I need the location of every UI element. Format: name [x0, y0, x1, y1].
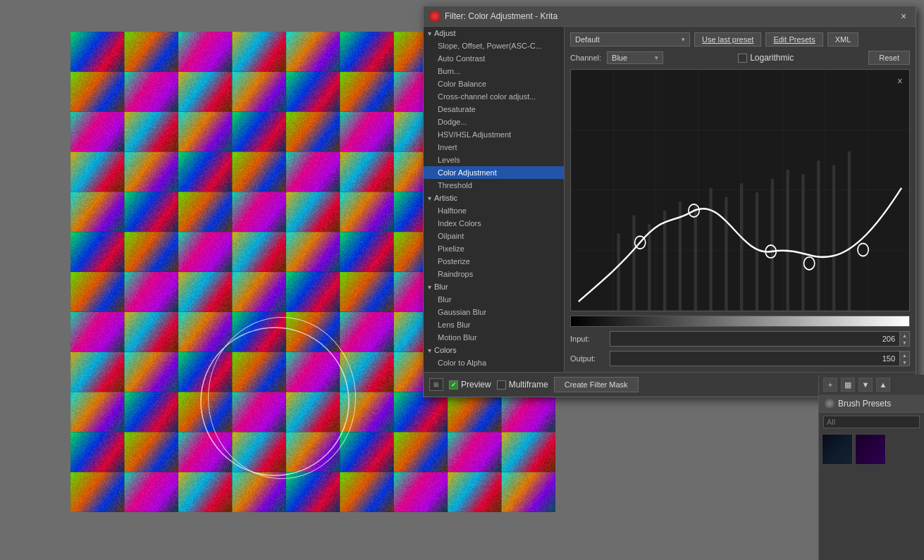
filter-category-blur-label: Blur — [434, 282, 448, 291]
svg-rect-2 — [632, 215, 635, 311]
channel-dropdown[interactable]: Blue ▾ — [607, 51, 663, 64]
use-last-preset-button[interactable]: Use last preset — [694, 32, 761, 46]
preview-checkbox[interactable]: ✓ — [449, 380, 458, 390]
svg-rect-9 — [740, 183, 743, 311]
preset-dropdown-arrow-icon: ▾ — [682, 36, 685, 43]
preview-checkmark-icon: ✓ — [451, 381, 457, 388]
filter-item-color-balance[interactable]: Color Balance — [424, 77, 564, 90]
filter-item-index-colors[interactable]: Index Colors — [424, 217, 564, 230]
filter-item-desaturate[interactable]: Desaturate — [424, 103, 564, 116]
curve-svg: × — [571, 70, 909, 311]
grid-view-button[interactable]: ▦ — [841, 378, 855, 392]
multiframe-label: Multiframe — [509, 380, 548, 390]
filter-item-blur[interactable]: Blur — [424, 293, 564, 306]
create-filter-mask-button[interactable]: Create Filter Mask — [554, 377, 639, 392]
filter-category-artistic[interactable]: ▾ Artistic — [424, 192, 564, 204]
brush-presets-toolbar: + ▦ ▼ ▲ — [819, 375, 924, 395]
filter-item-posterize[interactable]: Posterize — [424, 255, 564, 268]
dialog-title-text: Filter: Color Adjustment - Krita — [445, 11, 558, 21]
svg-rect-16 — [848, 151, 851, 311]
brush-preset-thumb-2[interactable] — [855, 434, 886, 465]
svg-rect-8 — [725, 197, 727, 311]
reset-button[interactable]: Reset — [868, 51, 910, 65]
expand-button[interactable]: ▲ — [876, 378, 890, 392]
input-spin-down[interactable]: ▼ — [899, 339, 909, 346]
collapse-button[interactable]: ▼ — [858, 378, 873, 392]
filter-item-color-adjustment[interactable]: Color Adjustment — [424, 166, 564, 179]
input-label: Input: — [570, 335, 605, 343]
output-label: Output: — [570, 354, 605, 363]
filter-item-burn[interactable]: Burn... — [424, 65, 564, 77]
output-row: Output: 150 ▲ ▼ — [570, 351, 910, 366]
brush-presets-title: Brush Presets — [838, 399, 891, 409]
brush-preset-thumb-1[interactable] — [822, 434, 853, 465]
filter-item-oilpaint[interactable]: Oilpaint — [424, 230, 564, 242]
filter-item-halftone[interactable]: Halftone — [424, 204, 564, 217]
krita-icon — [429, 11, 441, 22]
colors-arrow-icon: ▾ — [428, 347, 431, 354]
multiframe-checkbox[interactable] — [497, 380, 506, 390]
preview-toggle[interactable]: ✓ Preview — [449, 380, 491, 390]
edit-presets-button[interactable]: Edit Presets — [765, 32, 823, 46]
filter-category-adjust[interactable]: ▾ Adjust — [424, 27, 564, 39]
channel-label: Channel: — [570, 54, 601, 62]
svg-rect-1 — [617, 233, 620, 311]
filter-category-colors-label: Colors — [434, 346, 457, 354]
filter-item-motion-blur[interactable]: Motion Blur — [424, 331, 564, 344]
filter-item-slope[interactable]: Slope, Offset, Power(ASC-C... — [424, 39, 564, 52]
svg-rect-10 — [756, 192, 758, 311]
output-spinner[interactable]: ▲ ▼ — [899, 351, 909, 366]
output-spin-up[interactable]: ▲ — [899, 351, 909, 359]
multiframe-toggle[interactable]: Multiframe — [497, 380, 548, 390]
input-spin-up[interactable]: ▲ — [899, 332, 909, 339]
filter-item-lens-blur[interactable]: Lens Blur — [424, 318, 564, 331]
blur-arrow-icon: ▾ — [428, 283, 431, 291]
gradient-bar — [570, 316, 910, 327]
brush-presets-panel: + ▦ ▼ ▲ Brush Presets — [818, 375, 924, 560]
input-spinner[interactable]: ▲ ▼ — [899, 332, 909, 346]
filter-item-invert[interactable]: Invert — [424, 141, 564, 154]
xml-button[interactable]: XML — [827, 32, 859, 46]
svg-rect-6 — [694, 206, 697, 311]
filter-item-pixelize[interactable]: Pixelize — [424, 242, 564, 255]
svg-rect-15 — [832, 166, 835, 311]
input-value-field[interactable]: 206 ▲ ▼ — [610, 331, 910, 347]
filter-list-pane: ▾ Adjust Slope, Offset, Power(ASC-C... A… — [424, 27, 565, 372]
curve-area[interactable]: × — [570, 69, 910, 311]
dialog-titlebar: Filter: Color Adjustment - Krita × — [424, 6, 916, 27]
output-value-field[interactable]: 150 ▲ ▼ — [610, 351, 910, 366]
filter-item-raindrops[interactable]: Raindrops — [424, 268, 564, 280]
filter-item-threshold[interactable]: Threshold — [424, 179, 564, 192]
filter-category-colors[interactable]: ▾ Colors — [424, 344, 564, 356]
filter-category-adjust-label: Adjust — [434, 29, 456, 37]
filter-item-levels[interactable]: Levels — [424, 154, 564, 166]
logarithmic-checkbox[interactable]: Logarithmic — [738, 53, 794, 63]
preview-icon: ⊞ — [429, 378, 443, 391]
filter-list-content: ▾ Adjust Slope, Offset, Power(ASC-C... A… — [424, 27, 564, 372]
filter-top-row: Default ▾ Use last preset Edit Presets X… — [570, 32, 910, 46]
filter-item-cross-channel[interactable]: Cross-channel color adjust... — [424, 90, 564, 103]
artistic-arrow-icon: ▾ — [428, 194, 431, 202]
filter-category-blur[interactable]: ▾ Blur — [424, 280, 564, 293]
logarithmic-cb-box[interactable] — [738, 54, 747, 63]
preview-label: Preview — [461, 380, 491, 390]
svg-rect-3 — [648, 224, 651, 311]
add-brush-preset-button[interactable]: + — [823, 378, 837, 392]
filter-item-dodge[interactable]: Dodge... — [424, 116, 564, 128]
filter-item-auto-contrast[interactable]: Auto Contrast — [424, 52, 564, 65]
channel-dropdown-arrow-icon: ▾ — [655, 54, 658, 61]
filter-item-hsv-hsl[interactable]: HSV/HSL Adjustment — [424, 128, 564, 141]
dialog-close-button[interactable]: × — [897, 10, 910, 23]
brush-presets-search-input[interactable] — [823, 416, 920, 428]
svg-rect-13 — [801, 174, 804, 311]
filter-item-gaussian-blur[interactable]: Gaussian Blur — [424, 306, 564, 318]
input-row: Input: 206 ▲ ▼ — [570, 331, 910, 347]
filter-item-color-transfer[interactable]: Color Transfer — [424, 369, 564, 372]
svg-rect-14 — [817, 161, 820, 311]
filter-dialog: Filter: Color Adjustment - Krita × ▾ Adj… — [423, 6, 916, 397]
preset-dropdown[interactable]: Default ▾ — [570, 32, 690, 46]
channel-dropdown-value: Blue — [612, 54, 627, 62]
output-spin-down[interactable]: ▼ — [899, 359, 909, 366]
filter-category-artistic-label: Artistic — [434, 194, 457, 202]
filter-item-color-to-alpha[interactable]: Color to Alpha — [424, 356, 564, 369]
